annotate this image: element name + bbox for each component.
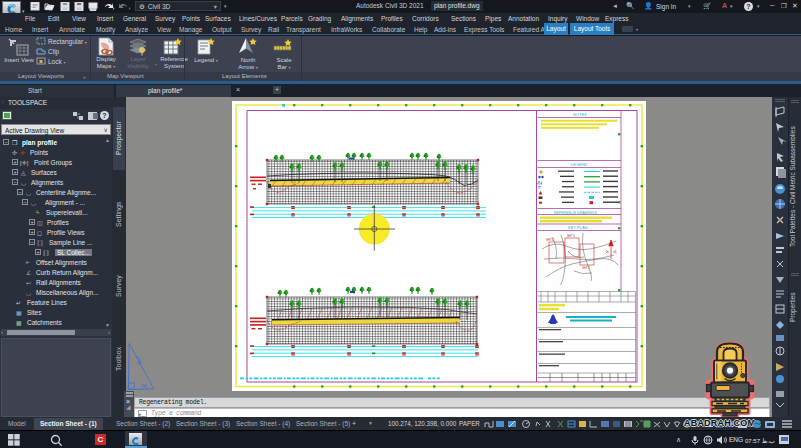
svg-text:KEY PLAN: KEY PLAN xyxy=(568,225,588,230)
svg-text:SHT 3: SHT 3 xyxy=(567,234,575,238)
svg-text:SHT 4: SHT 4 xyxy=(546,238,554,242)
svg-text:REFERENCE DRAWINGS: REFERENCE DRAWINGS xyxy=(554,211,597,215)
svg-text:LEGEND: LEGEND xyxy=(571,162,588,167)
svg-text:⛛: ⛛ xyxy=(538,185,542,190)
svg-text:SHT 2: SHT 2 xyxy=(582,266,590,270)
svg-text:NOTES: NOTES xyxy=(573,112,587,117)
